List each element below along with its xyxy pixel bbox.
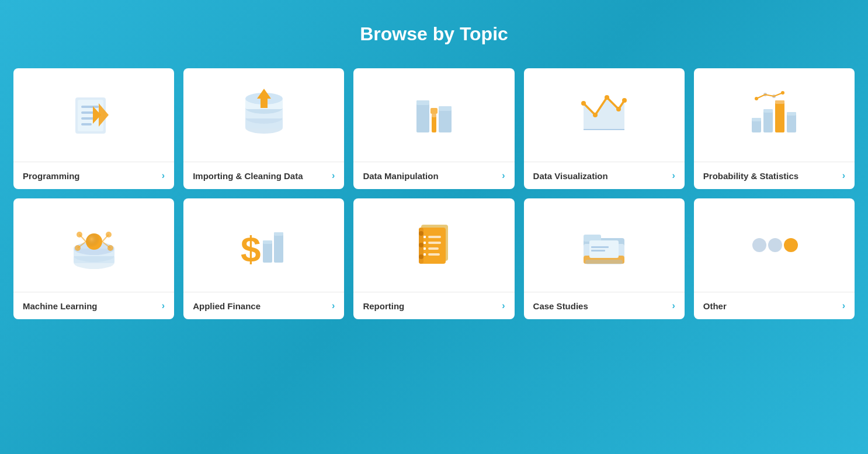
data-visualization-icon-container xyxy=(524,68,685,162)
importing-icon xyxy=(235,86,293,144)
svg-rect-34 xyxy=(775,100,784,132)
card-case-studies[interactable]: Case Studies › xyxy=(524,198,685,319)
svg-line-53 xyxy=(79,235,86,242)
machine-learning-arrow: › xyxy=(162,301,165,311)
importing-icon-container xyxy=(183,68,344,162)
svg-rect-67 xyxy=(428,242,441,244)
svg-point-74 xyxy=(419,243,423,247)
svg-point-48 xyxy=(86,233,102,250)
card-probability[interactable]: Probability & Statistics › xyxy=(694,68,855,189)
svg-rect-17 xyxy=(416,100,429,105)
svg-rect-80 xyxy=(589,240,619,258)
svg-rect-83 xyxy=(585,260,623,264)
machine-learning-icon xyxy=(65,216,123,274)
other-arrow: › xyxy=(842,301,845,311)
svg-rect-65 xyxy=(428,236,441,238)
case-studies-icon xyxy=(575,216,633,274)
probability-icon-container xyxy=(694,68,855,162)
svg-rect-71 xyxy=(428,253,440,256)
svg-rect-82 xyxy=(591,250,605,252)
data-visualization-label: Data Visualization › xyxy=(524,162,685,189)
probability-arrow: › xyxy=(842,170,845,181)
reporting-icon xyxy=(405,216,463,274)
svg-rect-58 xyxy=(263,240,272,244)
svg-point-24 xyxy=(581,101,586,106)
svg-rect-33 xyxy=(763,109,773,113)
probability-label: Probability & Statistics › xyxy=(694,162,855,189)
applied-finance-label: Applied Finance › xyxy=(183,292,344,319)
svg-text:$: $ xyxy=(241,229,261,269)
reporting-arrow: › xyxy=(502,301,505,311)
card-programming[interactable]: Programming › xyxy=(13,68,174,189)
svg-point-73 xyxy=(419,231,423,236)
case-studies-label: Case Studies › xyxy=(524,292,685,319)
card-importing[interactable]: Importing & Cleaning Data › xyxy=(183,68,344,189)
applied-finance-icon: $ xyxy=(235,216,293,274)
svg-rect-21 xyxy=(439,106,452,111)
card-data-visualization[interactable]: Data Visualization › xyxy=(524,68,685,189)
data-manipulation-icon-container xyxy=(353,68,514,162)
svg-point-28 xyxy=(622,98,627,103)
svg-rect-19 xyxy=(432,114,436,117)
programming-arrow: › xyxy=(162,170,165,181)
svg-rect-5 xyxy=(81,123,92,125)
machine-learning-icon-container xyxy=(13,198,174,292)
importing-label: Importing & Cleaning Data › xyxy=(183,162,344,189)
svg-point-25 xyxy=(593,113,598,117)
svg-rect-69 xyxy=(428,247,439,250)
probability-icon xyxy=(745,86,803,144)
svg-rect-59 xyxy=(274,232,283,263)
data-manipulation-arrow: › xyxy=(502,170,505,181)
svg-point-84 xyxy=(752,238,766,252)
svg-rect-66 xyxy=(423,242,426,244)
card-applied-finance[interactable]: $ Applied Finance › xyxy=(183,198,344,319)
machine-learning-label: Machine Learning › xyxy=(13,292,174,319)
applied-finance-icon-container: $ xyxy=(183,198,344,292)
svg-point-86 xyxy=(784,238,798,252)
svg-rect-68 xyxy=(423,247,426,250)
svg-point-41 xyxy=(781,91,784,95)
data-visualization-icon xyxy=(575,86,633,144)
svg-line-54 xyxy=(102,235,109,242)
reporting-label: Reporting › xyxy=(353,292,514,319)
svg-rect-64 xyxy=(423,236,426,238)
importing-arrow: › xyxy=(332,170,335,181)
card-other[interactable]: Other › xyxy=(694,198,855,319)
other-icon xyxy=(745,216,803,274)
svg-rect-70 xyxy=(423,253,426,256)
other-label: Other › xyxy=(694,292,855,319)
topic-grid: Programming › Importing & Cleaning Data … xyxy=(13,68,855,319)
svg-rect-31 xyxy=(752,118,761,121)
programming-label: Programming › xyxy=(13,162,174,189)
svg-rect-35 xyxy=(775,100,784,104)
svg-rect-2 xyxy=(81,106,99,108)
svg-point-26 xyxy=(605,95,609,100)
card-machine-learning[interactable]: Machine Learning › xyxy=(13,198,174,319)
data-manipulation-icon xyxy=(405,86,463,144)
data-manipulation-label: Data Manipulation › xyxy=(353,162,514,189)
programming-icon-container xyxy=(13,68,174,162)
svg-rect-81 xyxy=(591,246,609,248)
svg-point-85 xyxy=(768,238,782,252)
data-visualization-arrow: › xyxy=(672,170,675,181)
svg-point-27 xyxy=(616,107,621,111)
svg-rect-60 xyxy=(274,232,283,236)
applied-finance-arrow: › xyxy=(332,301,335,311)
page-title: Browse by Topic xyxy=(360,23,508,45)
card-reporting[interactable]: Reporting › xyxy=(353,198,514,319)
reporting-icon-container xyxy=(353,198,514,292)
case-studies-icon-container xyxy=(524,198,685,292)
svg-rect-3 xyxy=(81,111,94,114)
programming-icon xyxy=(65,86,123,144)
other-icon-container xyxy=(694,198,855,292)
card-data-manipulation[interactable]: Data Manipulation › xyxy=(353,68,514,189)
case-studies-arrow: › xyxy=(672,301,675,311)
svg-rect-22 xyxy=(430,108,438,114)
svg-point-75 xyxy=(419,254,423,259)
svg-rect-16 xyxy=(416,100,429,132)
svg-rect-37 xyxy=(787,112,796,116)
